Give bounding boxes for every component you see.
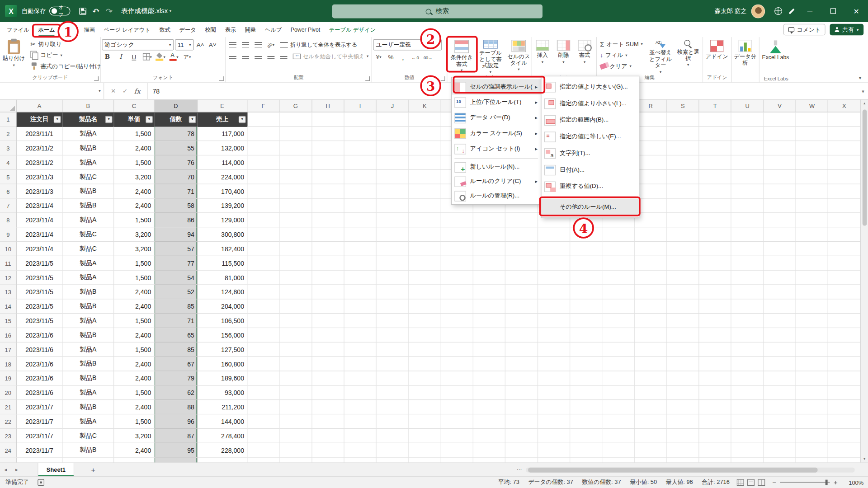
cell-P11[interactable] <box>570 256 602 271</box>
cell-G25[interactable] <box>280 458 312 463</box>
cell-P10[interactable] <box>570 242 602 256</box>
cell-K11[interactable] <box>409 256 441 271</box>
cell-F8[interactable] <box>247 213 279 227</box>
cell-C4[interactable]: 1,500 <box>114 155 154 170</box>
page-layout-view-button[interactable] <box>747 479 755 486</box>
cell-X3[interactable] <box>828 141 860 155</box>
cell-U1[interactable] <box>731 113 764 127</box>
cell-E13[interactable]: 124,800 <box>198 285 247 300</box>
cell-N21[interactable] <box>505 400 538 414</box>
row-header-25[interactable]: 25 <box>0 458 17 463</box>
filter-dropdown-icon[interactable]: ▾ <box>146 116 153 123</box>
cell-J25[interactable] <box>377 458 409 463</box>
cell-G2[interactable] <box>280 127 312 141</box>
cell-U4[interactable] <box>731 155 764 170</box>
cell-X5[interactable] <box>828 170 860 184</box>
cell-S20[interactable] <box>667 385 699 400</box>
cell-O22[interactable] <box>538 414 570 429</box>
cell-W3[interactable] <box>796 141 828 155</box>
cell-G10[interactable] <box>280 242 312 256</box>
merge-center-button[interactable]: セルを結合して中央揃え ▾ <box>291 51 371 61</box>
cell-G9[interactable] <box>280 227 312 242</box>
cell-G17[interactable] <box>280 343 312 357</box>
cell-K14[interactable] <box>409 299 441 314</box>
cell-C25[interactable] <box>114 458 154 463</box>
cell-K20[interactable] <box>409 385 441 400</box>
cell-U19[interactable] <box>731 371 764 386</box>
cell-A21[interactable]: 2023/11/7 <box>17 400 63 414</box>
cell-M15[interactable] <box>473 314 505 328</box>
cell-W14[interactable] <box>796 299 828 314</box>
filter-dropdown-icon[interactable]: ▾ <box>105 116 113 123</box>
ribbon-tab-ホーム[interactable]: ホーム <box>34 22 60 37</box>
cell-V15[interactable] <box>764 314 796 328</box>
cell-L8[interactable] <box>441 213 473 227</box>
cell-A17[interactable]: 2023/11/6 <box>17 343 63 357</box>
paste-button[interactable]: 貼り付け ▾ <box>1 39 26 74</box>
cell-A20[interactable]: 2023/11/6 <box>17 385 63 400</box>
cell-A12[interactable]: 2023/11/5 <box>17 271 63 285</box>
cell-E2[interactable]: 117,000 <box>198 127 247 141</box>
cell-I8[interactable] <box>344 213 376 227</box>
cell-K4[interactable] <box>409 155 441 170</box>
cell-U24[interactable] <box>731 443 764 458</box>
cell-T19[interactable] <box>699 371 731 386</box>
cell-V7[interactable] <box>764 199 796 213</box>
cell-O21[interactable] <box>538 400 570 414</box>
cell-D25[interactable] <box>155 458 198 463</box>
cell-N24[interactable] <box>505 443 538 458</box>
cell-I9[interactable] <box>344 227 376 242</box>
cell-O18[interactable] <box>538 357 570 371</box>
cell-K3[interactable] <box>409 141 441 155</box>
cell-M10[interactable] <box>473 242 505 256</box>
cell-C22[interactable]: 1,500 <box>114 414 154 429</box>
cell-G23[interactable] <box>280 429 312 443</box>
cell-X9[interactable] <box>828 227 860 242</box>
expand-formula-bar-icon[interactable]: ▾ <box>858 83 868 99</box>
cell-B13[interactable]: 製品B <box>62 285 114 300</box>
cell-K10[interactable] <box>409 242 441 256</box>
cell-R21[interactable] <box>635 400 667 414</box>
comma-format-button[interactable] <box>397 52 408 62</box>
cell-S24[interactable] <box>667 443 699 458</box>
cell-I4[interactable] <box>344 155 376 170</box>
cell-S8[interactable] <box>667 213 699 227</box>
zoom-slider[interactable] <box>780 482 830 483</box>
cancel-entry-icon[interactable]: ✕ <box>111 87 116 94</box>
menu-item-more-rules[interactable]: その他のルール(M)... <box>542 199 639 216</box>
cell-R10[interactable] <box>635 242 667 256</box>
cell-W5[interactable] <box>796 170 828 184</box>
cell-G1[interactable] <box>280 113 312 127</box>
cell-O20[interactable] <box>538 385 570 400</box>
cell-R18[interactable] <box>635 357 667 371</box>
cell-Q16[interactable] <box>603 328 635 343</box>
cell-U15[interactable] <box>731 314 764 328</box>
cell-I21[interactable] <box>344 400 376 414</box>
document-title[interactable]: 表作成機能.xlsx ▾ <box>121 6 171 16</box>
cell-K2[interactable] <box>409 127 441 141</box>
cell-B11[interactable]: 製品A <box>62 256 114 271</box>
comments-button[interactable]: コメント <box>783 24 826 36</box>
autosave-toggle[interactable]: 自動保存 オフ <box>22 7 71 16</box>
cell-I6[interactable] <box>344 184 376 199</box>
align-top-button[interactable] <box>227 39 238 50</box>
cell-W1[interactable] <box>796 113 828 127</box>
cell-I1[interactable] <box>344 113 376 127</box>
cell-V3[interactable] <box>764 141 796 155</box>
cell-S3[interactable] <box>667 141 699 155</box>
cell-S23[interactable] <box>667 429 699 443</box>
cell-M9[interactable] <box>473 227 505 242</box>
cell-R17[interactable] <box>635 343 667 357</box>
cell-C12[interactable]: 1,500 <box>114 271 154 285</box>
cell-M18[interactable] <box>473 357 505 371</box>
column-header-G[interactable]: G <box>280 99 312 112</box>
column-header-K[interactable]: K <box>409 99 441 112</box>
cell-C5[interactable]: 3,200 <box>114 170 154 184</box>
cell-R5[interactable] <box>635 170 667 184</box>
cell-E25[interactable] <box>198 458 247 463</box>
cell-S1[interactable] <box>667 113 699 127</box>
cell-D18[interactable]: 67 <box>155 357 198 371</box>
cell-H3[interactable] <box>312 141 344 155</box>
cell-V5[interactable] <box>764 170 796 184</box>
cell-X22[interactable] <box>828 414 860 429</box>
